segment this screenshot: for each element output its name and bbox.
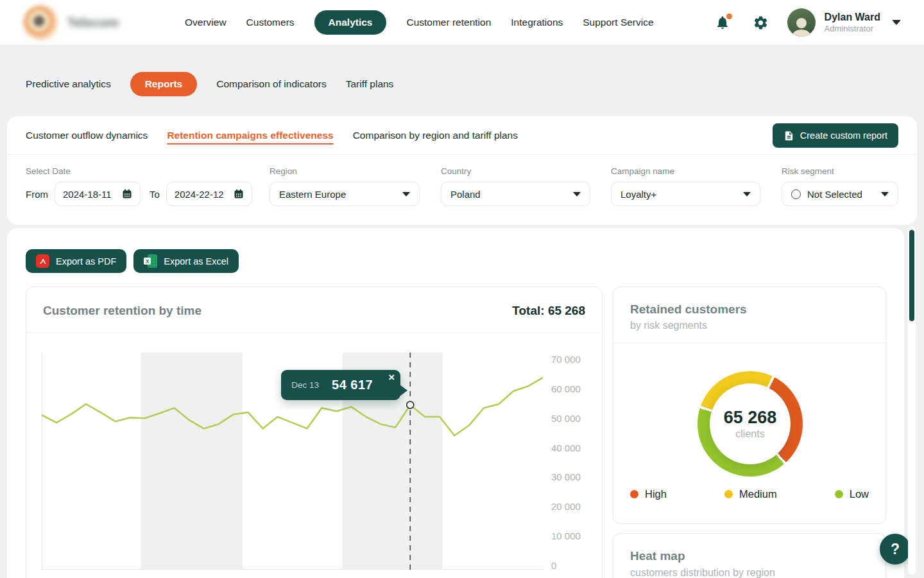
user-menu-chevron-down-icon[interactable] bbox=[892, 20, 901, 25]
nav-item-customers[interactable]: Customers bbox=[246, 10, 295, 35]
region-value: Eastern Europe bbox=[279, 189, 346, 200]
y-axis-tick: 40 000 bbox=[551, 442, 581, 453]
y-axis-tick: 20 000 bbox=[551, 501, 581, 512]
heat-map-subtitle: customers distribution by region bbox=[613, 563, 886, 578]
excel-icon: x bbox=[144, 254, 157, 268]
y-axis-tick: 30 000 bbox=[551, 471, 581, 482]
y-axis: 70 00060 00050 00040 00030 00020 00010 0… bbox=[551, 353, 596, 570]
y-axis-tick: 10 000 bbox=[551, 530, 581, 541]
filter-country-label: Country bbox=[441, 166, 590, 176]
report-tab-comparison-by-region-and-tariff-plans[interactable]: Comparison by region and tariff plans bbox=[353, 130, 518, 141]
calendar-icon bbox=[122, 189, 132, 199]
user-name: Dylan Ward bbox=[825, 11, 880, 24]
user-info: Dylan Ward Administrator bbox=[825, 11, 880, 34]
risk-value: Not Selected bbox=[807, 189, 862, 200]
subnav-item-comparison-of-indicators[interactable]: Comparison of indicators bbox=[216, 78, 326, 90]
report-panel: Customer outflow dynamicsRetention campa… bbox=[7, 116, 917, 225]
export-pdf-button[interactable]: Export as PDF bbox=[26, 249, 126, 273]
brand-name: Telecom bbox=[67, 15, 119, 30]
risk-legend: HighMediumLow bbox=[613, 488, 886, 500]
subnav-item-reports[interactable]: Reports bbox=[130, 72, 198, 96]
chevron-down-icon bbox=[881, 192, 889, 197]
scrollbar-thumb[interactable] bbox=[909, 230, 914, 321]
brand-logo: Telecom bbox=[23, 5, 145, 40]
legend-dot-icon bbox=[630, 490, 638, 498]
avatar[interactable] bbox=[787, 8, 816, 37]
notifications-bell-icon[interactable] bbox=[714, 14, 731, 31]
tooltip-close-icon[interactable]: × bbox=[388, 371, 395, 384]
chart-total: Total: 65 268 bbox=[512, 304, 585, 318]
filter-region: Region Eastern Europe bbox=[270, 166, 420, 206]
legend-dot-icon bbox=[724, 490, 733, 498]
filter-region-label: Region bbox=[270, 166, 420, 176]
chevron-down-icon bbox=[402, 192, 410, 197]
top-navigation-bar: Telecom OverviewCustomersAnalyticsCustom… bbox=[0, 0, 924, 46]
nav-item-analytics[interactable]: Analytics bbox=[314, 10, 387, 35]
retained-card-subtitle: by risk segments bbox=[630, 320, 869, 331]
risk-segment-select[interactable]: Not Selected bbox=[782, 182, 898, 206]
donut-center: 65 268 clients bbox=[710, 383, 791, 464]
notification-dot bbox=[726, 13, 732, 19]
filter-campaign: Campaign name Loyalty+ bbox=[611, 166, 760, 206]
tooltip-date: Dec 13 bbox=[291, 380, 319, 390]
retention-by-time-card: Customer retention by time Total: 65 268… bbox=[26, 286, 603, 578]
y-axis-tick: 0 bbox=[551, 560, 556, 571]
nav-item-overview[interactable]: Overview bbox=[185, 10, 227, 35]
filter-risk-segment: Risk segment Not Selected bbox=[782, 166, 898, 206]
filter-campaign-label: Campaign name bbox=[611, 166, 760, 176]
country-value: Poland bbox=[450, 189, 481, 200]
region-select[interactable]: Eastern Europe bbox=[270, 182, 420, 206]
scrollbar-track[interactable] bbox=[908, 226, 916, 575]
tooltip-arrow bbox=[400, 385, 407, 396]
topbar-right-cluster: Dylan Ward Administrator bbox=[714, 8, 901, 37]
y-axis-tick: 60 000 bbox=[551, 383, 581, 394]
heat-map-card: Heat map customers distribution by regio… bbox=[613, 533, 886, 578]
chevron-down-icon bbox=[573, 192, 581, 197]
chevron-down-icon bbox=[743, 192, 751, 197]
campaign-select[interactable]: Loyalty+ bbox=[611, 182, 760, 206]
date-to-label: To bbox=[150, 189, 160, 200]
export-excel-button[interactable]: x Export as Excel bbox=[133, 249, 239, 273]
report-tab-retention-campaigns-effectiveness[interactable]: Retention campaigns effectiveness bbox=[167, 130, 333, 141]
filters-row: Select Date From 2024-18-11 To 2024-22-1… bbox=[7, 155, 917, 224]
retained-customers-card: Retained customers by risk segments 65 2… bbox=[613, 286, 886, 524]
subnav-item-predictive-analytics[interactable]: Predictive analytics bbox=[26, 78, 111, 90]
date-to-input[interactable]: 2024-22-12 bbox=[166, 182, 252, 206]
date-from-input[interactable]: 2024-18-11 bbox=[55, 182, 141, 206]
date-from-label: From bbox=[26, 189, 48, 200]
retained-card-title: Retained customers bbox=[630, 302, 869, 317]
export-buttons: Export as PDF x Export as Excel bbox=[26, 249, 239, 273]
tooltip-value: 54 617 bbox=[332, 378, 373, 392]
subnav-item-tariff-plans[interactable]: Tariff plans bbox=[346, 78, 394, 90]
export-pdf-label: Export as PDF bbox=[56, 256, 116, 267]
donut-center-value: 65 268 bbox=[724, 408, 777, 428]
pdf-icon bbox=[36, 254, 49, 268]
help-button[interactable]: ? bbox=[880, 534, 911, 565]
chart-title: Customer retention by time bbox=[43, 304, 201, 318]
country-select[interactable]: Poland bbox=[441, 182, 590, 206]
report-tab-customer-outflow-dynamics[interactable]: Customer outflow dynamics bbox=[26, 130, 148, 141]
settings-gear-icon[interactable] bbox=[753, 14, 769, 31]
report-content-card: Export as PDF x Export as Excel Customer… bbox=[7, 228, 904, 578]
legend-item-low: Low bbox=[835, 488, 869, 500]
chart-tooltip: Dec 13 54 617 × bbox=[281, 370, 400, 400]
nav-item-support-service[interactable]: Support Service bbox=[583, 10, 653, 35]
chart-header: Customer retention by time Total: 65 268 bbox=[26, 287, 602, 318]
legend-label: Low bbox=[850, 488, 869, 500]
nav-item-integrations[interactable]: Integrations bbox=[511, 10, 563, 35]
legend-label: Medium bbox=[739, 488, 777, 500]
user-role: Administrator bbox=[825, 24, 880, 34]
radio-circle-icon bbox=[791, 189, 801, 199]
create-custom-report-button[interactable]: Create custom report bbox=[773, 123, 898, 148]
legend-dot-icon bbox=[835, 490, 843, 498]
retention-line-chart[interactable]: Dec 13 54 617 × bbox=[42, 353, 543, 570]
date-to-value: 2024-22-12 bbox=[175, 189, 224, 200]
y-axis-tick: 50 000 bbox=[551, 413, 581, 424]
document-icon bbox=[783, 130, 794, 141]
analytics-subnav: Predictive analyticsReportsComparison of… bbox=[26, 72, 393, 96]
date-from-value: 2024-18-11 bbox=[63, 189, 112, 200]
legend-item-high: High bbox=[630, 488, 667, 500]
divider bbox=[26, 332, 602, 333]
gear-icon bbox=[753, 15, 769, 31]
nav-item-customer-retention[interactable]: Customer retention bbox=[406, 10, 491, 35]
